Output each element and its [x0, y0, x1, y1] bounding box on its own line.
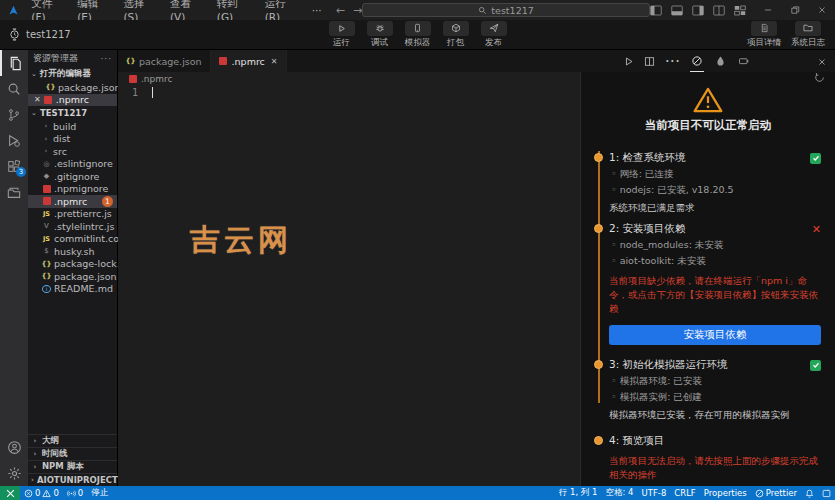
indentation-setting[interactable]: 空格: 4 — [602, 486, 638, 500]
refresh-icon[interactable] — [814, 72, 825, 85]
problems-indicator[interactable]: 0 0 — [20, 486, 63, 500]
activity-source-control-icon[interactable] — [0, 102, 28, 128]
git-icon: ◆ — [42, 172, 51, 181]
npm-icon — [42, 197, 51, 206]
tree-file-npmignore[interactable]: .npmignore — [28, 183, 117, 196]
project-details-button[interactable]: 项目详情 — [747, 21, 781, 49]
warning-small-icon — [42, 489, 51, 498]
open-editors-section[interactable]: ⌄ 打开的编辑器 — [28, 67, 117, 81]
project-name: test1217 — [26, 29, 71, 40]
section-timeline[interactable]: ›时间线 — [28, 447, 117, 460]
activity-project-manager-icon[interactable] — [0, 180, 28, 206]
chevron-right-icon: › — [42, 122, 50, 130]
tree-file-package-json[interactable]: {}package.json — [28, 270, 117, 283]
more-actions-icon[interactable]: ··· — [665, 52, 680, 71]
nav-back-icon[interactable]: ← — [336, 4, 345, 17]
tab-package-json[interactable]: {} package.json — [118, 50, 211, 72]
document-icon — [751, 21, 777, 36]
activity-extensions-icon[interactable]: 3 — [0, 154, 28, 180]
publish-button[interactable]: 发布 — [481, 21, 507, 49]
json-icon: {} — [42, 272, 51, 281]
menu-selection[interactable]: 选择(S) — [118, 0, 164, 20]
stop-button[interactable]: 停止 — [87, 486, 112, 500]
tree-folder-build[interactable]: ›build — [28, 120, 117, 133]
panel-tab-performance-icon[interactable] — [714, 50, 727, 72]
panel-tab-battery-icon[interactable] — [737, 50, 751, 72]
window-close-icon[interactable] — [817, 5, 827, 15]
tree-file-prettierrc[interactable]: JS.prettierrc.js — [28, 208, 117, 221]
preview-error-text: 当前项目无法启动，请先按照上面的步骤提示完成相关的操作 — [609, 454, 821, 482]
customize-layout-icon[interactable] — [734, 5, 746, 16]
eol-setting[interactable]: CRLF — [670, 486, 699, 500]
window-minimize-icon[interactable] — [763, 5, 773, 15]
toggle-sidebar-icon[interactable] — [650, 5, 662, 16]
menu-view[interactable]: 查看(V) — [164, 0, 211, 20]
tab-npmrc[interactable]: .npmrc ✕ — [211, 50, 287, 72]
install-dependencies-button[interactable]: 安装项目依赖 — [609, 325, 821, 345]
system-logs-button[interactable]: 系统日志 — [791, 21, 825, 49]
tree-file-eslintignore[interactable]: ◎.eslintignore — [28, 158, 117, 171]
command-search-input[interactable]: test1217 — [362, 3, 650, 17]
tree-file-husky[interactable]: $husky.sh — [28, 245, 117, 258]
panel-tab-status-icon[interactable] — [690, 50, 704, 72]
feedback-smiley-icon[interactable] — [818, 486, 835, 500]
toggle-panel-icon[interactable] — [671, 5, 683, 16]
language-mode[interactable]: Properties — [700, 486, 751, 500]
activity-search-icon[interactable] — [0, 76, 28, 102]
notifications-bell-icon[interactable] — [801, 486, 818, 500]
open-editor-package-json[interactable]: {} package.json — [28, 81, 117, 94]
tree-file-stylelintrc[interactable]: V.stylelintrc.js — [28, 220, 117, 233]
text-cursor — [152, 87, 153, 98]
code-editor[interactable]: .npmrc 1 吉云网 — [118, 72, 580, 486]
circle-slash-icon — [755, 489, 764, 498]
project-toolbar: test1217 运行 调试 模拟器 打包 发布 — [0, 20, 835, 50]
menu-edit[interactable]: 编辑(E) — [71, 0, 117, 20]
editor-layout-icon[interactable] — [713, 5, 725, 16]
tree-file-gitignore[interactable]: ◆.gitignore — [28, 170, 117, 183]
close-tab-icon[interactable]: ✕ — [271, 57, 278, 66]
send-icon — [481, 21, 507, 36]
tree-file-npmrc[interactable]: .npmrc 1 — [28, 195, 117, 208]
menu-go[interactable]: 转到(G) — [211, 0, 259, 20]
project-tree-section[interactable]: ⌄ TEST1217 — [28, 106, 117, 120]
cursor-position[interactable]: 行 1, 列 1 — [555, 486, 602, 500]
menu-more[interactable]: ··· — [306, 0, 328, 20]
package-icon — [443, 21, 469, 36]
feedback-indicator[interactable]: 0 — [63, 486, 87, 500]
npm-icon — [44, 95, 53, 104]
breadcrumb[interactable]: .npmrc — [118, 72, 580, 85]
simulator-button[interactable]: 模拟器 — [405, 21, 431, 49]
npm-icon — [42, 184, 51, 193]
close-icon[interactable]: ✕ — [34, 95, 41, 104]
tree-folder-dist[interactable]: ›dist — [28, 133, 117, 146]
account-icon[interactable] — [0, 434, 28, 460]
debug-button[interactable]: 调试 — [367, 21, 393, 49]
encoding-setting[interactable]: UTF-8 — [638, 486, 671, 500]
activity-run-debug-icon[interactable] — [0, 128, 28, 154]
nav-forward-icon[interactable]: → — [353, 4, 362, 17]
open-editor-npmrc[interactable]: ✕ .npmrc — [28, 94, 117, 107]
menu-run[interactable]: 运行(R) — [259, 0, 306, 20]
section-outline[interactable]: ›大纲 — [28, 434, 117, 447]
tree-folder-src[interactable]: ›src — [28, 145, 117, 158]
split-editor-icon[interactable] — [644, 52, 655, 71]
run-button[interactable]: 运行 — [329, 21, 355, 49]
run-file-icon[interactable] — [623, 52, 634, 71]
settings-gear-icon[interactable] — [0, 460, 28, 486]
package-button[interactable]: 打包 — [443, 21, 469, 49]
menu-file[interactable]: 文件(F) — [25, 0, 71, 20]
close-panel-icon[interactable] — [817, 52, 827, 71]
sidebar-more-actions-icon[interactable]: ··· — [100, 54, 112, 64]
section-npm-scripts[interactable]: ›NPM 脚本 — [28, 460, 117, 473]
tree-file-readme[interactable]: iREADME.md — [28, 283, 117, 296]
tree-file-commitlint[interactable]: JScommitlint.config.js — [28, 233, 117, 246]
toggle-secondary-sidebar-icon[interactable] — [692, 5, 704, 16]
dependency-error-text: 当前项目缺少依赖，请在终端运行「npm i」命令，或点击下方的【安装项目依赖】按… — [609, 274, 821, 315]
activity-explorer-icon[interactable] — [0, 50, 28, 76]
formatter-indicator[interactable]: Prettier — [751, 486, 801, 500]
window-restore-icon[interactable] — [790, 5, 800, 15]
step-preview-project: 4: 预览项目 当前项目无法启动，请先按照上面的步骤提示完成相关的操作 — [609, 434, 821, 482]
tree-file-package-lock[interactable]: {}package-lock.json — [28, 258, 117, 271]
remote-tools-indicator[interactable] — [0, 486, 20, 500]
section-aiotuniproject[interactable]: ›AIOTUNIPROJECT — [28, 473, 117, 486]
